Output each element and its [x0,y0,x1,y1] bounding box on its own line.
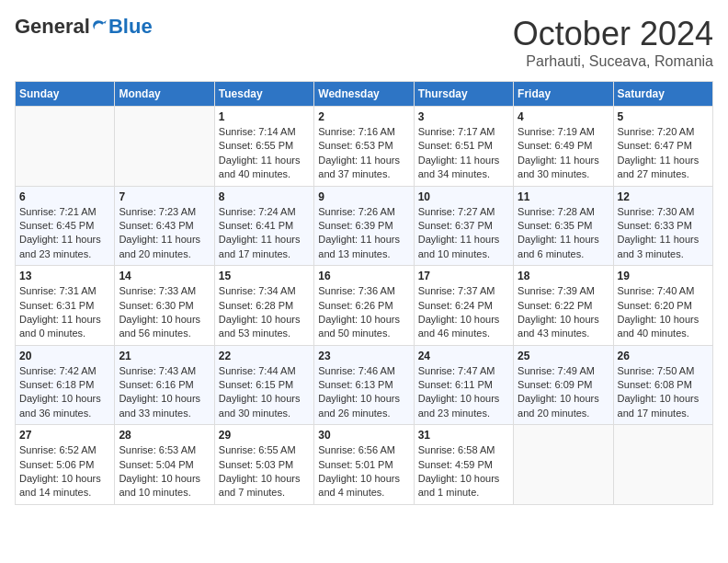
calendar-cell: 25Sunrise: 7:49 AMSunset: 6:09 PMDayligh… [514,345,613,425]
day-number: 6 [19,190,110,203]
calendar-cell: 1Sunrise: 7:14 AMSunset: 6:55 PMDaylight… [214,107,313,187]
day-number: 11 [518,190,609,203]
day-number: 13 [19,270,110,282]
day-info: Sunrise: 7:46 AMSunset: 6:13 PMDaylight:… [318,364,409,421]
calendar-cell [16,107,115,187]
day-number: 7 [119,190,210,203]
calendar-cell [613,425,712,505]
day-info: Sunrise: 7:31 AMSunset: 6:31 PMDaylight:… [19,284,110,341]
day-number: 25 [518,350,609,362]
day-info: Sunrise: 7:19 AMSunset: 6:49 PMDaylight:… [518,125,609,182]
day-number: 31 [418,429,509,442]
day-info: Sunrise: 7:42 AMSunset: 6:18 PMDaylight:… [19,364,110,421]
day-number: 22 [219,350,310,362]
logo: General Blue [15,15,153,39]
calendar-cell: 26Sunrise: 7:50 AMSunset: 6:08 PMDayligh… [613,345,712,425]
day-number: 17 [418,270,509,282]
calendar-cell: 28Sunrise: 6:53 AMSunset: 5:04 PMDayligh… [115,425,214,505]
day-info: Sunrise: 7:47 AMSunset: 6:11 PMDaylight:… [418,364,509,421]
calendar-week-row: 13Sunrise: 7:31 AMSunset: 6:31 PMDayligh… [16,266,713,346]
calendar-table: SundayMondayTuesdayWednesdayThursdayFrid… [15,81,713,505]
calendar-cell: 13Sunrise: 7:31 AMSunset: 6:31 PMDayligh… [16,266,115,346]
day-number: 20 [19,350,110,362]
logo-bird-icon [92,18,108,35]
day-info: Sunrise: 7:14 AMSunset: 6:55 PMDaylight:… [219,125,310,182]
day-info: Sunrise: 6:52 AMSunset: 5:06 PMDaylight:… [19,443,110,500]
col-header-saturday: Saturday [613,82,712,107]
day-number: 16 [318,270,409,282]
day-number: 24 [418,350,509,362]
month-title: October 2024 [513,15,713,53]
calendar-week-row: 6Sunrise: 7:21 AMSunset: 6:45 PMDaylight… [16,186,713,266]
day-info: Sunrise: 7:40 AMSunset: 6:20 PMDaylight:… [618,284,709,341]
calendar-cell: 29Sunrise: 6:55 AMSunset: 5:03 PMDayligh… [214,425,313,505]
calendar-cell: 20Sunrise: 7:42 AMSunset: 6:18 PMDayligh… [16,345,115,425]
day-info: Sunrise: 7:20 AMSunset: 6:47 PMDaylight:… [618,125,709,182]
calendar-cell [115,107,214,187]
location-text: Parhauti, Suceava, Romania [513,53,713,70]
calendar-cell: 4Sunrise: 7:19 AMSunset: 6:49 PMDaylight… [514,107,613,187]
day-number: 10 [418,190,509,203]
day-number: 30 [318,429,409,442]
calendar-cell: 21Sunrise: 7:43 AMSunset: 6:16 PMDayligh… [115,345,214,425]
calendar-cell: 17Sunrise: 7:37 AMSunset: 6:24 PMDayligh… [414,266,513,346]
col-header-friday: Friday [514,82,613,107]
calendar-cell: 24Sunrise: 7:47 AMSunset: 6:11 PMDayligh… [414,345,513,425]
col-header-wednesday: Wednesday [314,82,414,107]
day-number: 15 [219,270,310,282]
calendar-cell: 6Sunrise: 7:21 AMSunset: 6:45 PMDaylight… [16,186,115,266]
title-block: October 2024 Parhauti, Suceava, Romania [513,15,713,70]
day-number: 23 [318,350,409,362]
calendar-cell: 7Sunrise: 7:23 AMSunset: 6:43 PMDaylight… [115,186,214,266]
day-number: 4 [518,110,609,123]
day-info: Sunrise: 7:26 AMSunset: 6:39 PMDaylight:… [318,205,409,262]
logo-blue-text: Blue [108,15,153,39]
day-number: 5 [618,110,709,123]
day-info: Sunrise: 6:55 AMSunset: 5:03 PMDaylight:… [219,443,310,500]
calendar-week-row: 1Sunrise: 7:14 AMSunset: 6:55 PMDaylight… [16,107,713,187]
calendar-cell: 30Sunrise: 6:56 AMSunset: 5:01 PMDayligh… [314,425,414,505]
col-header-thursday: Thursday [414,82,513,107]
day-number: 8 [219,190,310,203]
day-number: 28 [119,429,210,442]
day-info: Sunrise: 6:56 AMSunset: 5:01 PMDaylight:… [318,443,409,500]
calendar-cell: 11Sunrise: 7:28 AMSunset: 6:35 PMDayligh… [514,186,613,266]
calendar-cell: 27Sunrise: 6:52 AMSunset: 5:06 PMDayligh… [16,425,115,505]
calendar-cell: 2Sunrise: 7:16 AMSunset: 6:53 PMDaylight… [314,107,414,187]
calendar-week-row: 20Sunrise: 7:42 AMSunset: 6:18 PMDayligh… [16,345,713,425]
calendar-cell: 22Sunrise: 7:44 AMSunset: 6:15 PMDayligh… [214,345,313,425]
day-info: Sunrise: 7:24 AMSunset: 6:41 PMDaylight:… [219,205,310,262]
calendar-cell: 12Sunrise: 7:30 AMSunset: 6:33 PMDayligh… [613,186,712,266]
day-info: Sunrise: 7:34 AMSunset: 6:28 PMDaylight:… [219,284,310,341]
calendar-cell: 9Sunrise: 7:26 AMSunset: 6:39 PMDaylight… [314,186,414,266]
day-info: Sunrise: 7:27 AMSunset: 6:37 PMDaylight:… [418,205,509,262]
day-info: Sunrise: 7:33 AMSunset: 6:30 PMDaylight:… [119,284,210,341]
calendar-header-row: SundayMondayTuesdayWednesdayThursdayFrid… [16,82,713,107]
day-info: Sunrise: 7:39 AMSunset: 6:22 PMDaylight:… [518,284,609,341]
day-info: Sunrise: 7:28 AMSunset: 6:35 PMDaylight:… [518,205,609,262]
day-info: Sunrise: 7:17 AMSunset: 6:51 PMDaylight:… [418,125,509,182]
day-number: 21 [119,350,210,362]
calendar-cell: 31Sunrise: 6:58 AMSunset: 4:59 PMDayligh… [414,425,513,505]
calendar-week-row: 27Sunrise: 6:52 AMSunset: 5:06 PMDayligh… [16,425,713,505]
day-number: 14 [119,270,210,282]
col-header-tuesday: Tuesday [214,82,313,107]
day-number: 3 [418,110,509,123]
day-info: Sunrise: 7:23 AMSunset: 6:43 PMDaylight:… [119,205,210,262]
day-number: 27 [19,429,110,442]
day-info: Sunrise: 7:50 AMSunset: 6:08 PMDaylight:… [618,364,709,421]
day-number: 29 [219,429,310,442]
calendar-cell: 23Sunrise: 7:46 AMSunset: 6:13 PMDayligh… [314,345,414,425]
calendar-cell [514,425,613,505]
day-info: Sunrise: 7:36 AMSunset: 6:26 PMDaylight:… [318,284,409,341]
day-number: 26 [618,350,709,362]
day-info: Sunrise: 6:58 AMSunset: 4:59 PMDaylight:… [418,443,509,500]
calendar-cell: 16Sunrise: 7:36 AMSunset: 6:26 PMDayligh… [314,266,414,346]
day-info: Sunrise: 6:53 AMSunset: 5:04 PMDaylight:… [119,443,210,500]
col-header-sunday: Sunday [16,82,115,107]
day-info: Sunrise: 7:37 AMSunset: 6:24 PMDaylight:… [418,284,509,341]
day-info: Sunrise: 7:44 AMSunset: 6:15 PMDaylight:… [219,364,310,421]
calendar-cell: 5Sunrise: 7:20 AMSunset: 6:47 PMDaylight… [613,107,712,187]
day-info: Sunrise: 7:30 AMSunset: 6:33 PMDaylight:… [618,205,709,262]
day-number: 1 [219,110,310,123]
